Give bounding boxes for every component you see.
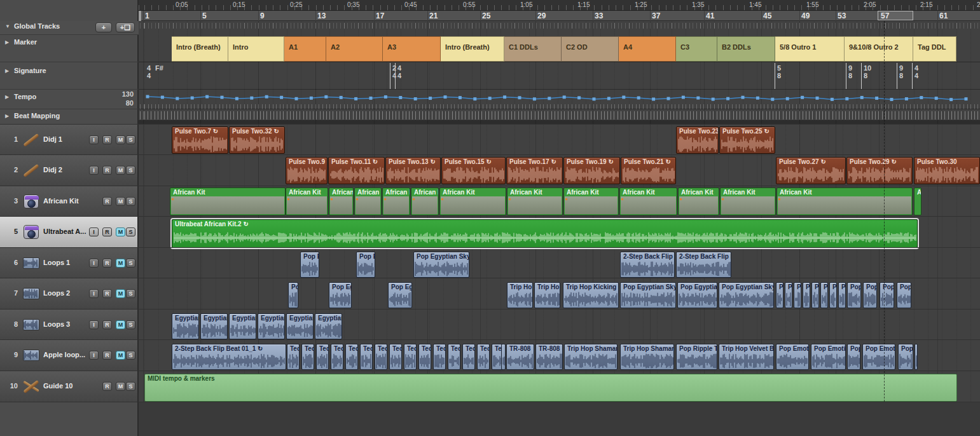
record-enable-button[interactable]: R: [102, 135, 112, 144]
record-enable-button[interactable]: R: [102, 382, 112, 391]
region-apple-loop[interactable]: Pop Emoti: [811, 344, 846, 370]
signature-value[interactable]: 5 8: [777, 64, 781, 79]
region-apple-loop[interactable]: Tec: [301, 344, 314, 370]
track-name[interactable]: Guide 10: [43, 382, 89, 390]
region-apple-loop[interactable]: P: [776, 282, 783, 308]
region-midi[interactable]: African Kit: [286, 187, 328, 215]
region-apple-loop[interactable]: Pop: [898, 344, 913, 370]
global-row-beat-mapping[interactable]: ▶ Beat Mapping: [0, 111, 139, 121]
tempo-curve[interactable]: [139, 90, 980, 105]
region-apple-loop[interactable]: [501, 344, 506, 370]
mute-button[interactable]: M: [116, 166, 125, 175]
track-name[interactable]: African Kit: [43, 197, 89, 205]
track-header-guide-10[interactable]: 10Guide 10RMS: [0, 371, 137, 402]
track-name[interactable]: Loops 3: [43, 320, 89, 328]
region-apple-loop[interactable]: P: [803, 282, 810, 308]
region-audio[interactable]: Pulse Two.21 ↻: [621, 157, 676, 184]
region-audio[interactable]: Pulse Two.32 ↻: [229, 126, 285, 154]
mute-button[interactable]: M: [116, 197, 125, 206]
record-enable-button[interactable]: R: [102, 166, 112, 175]
solo-button[interactable]: S: [126, 351, 135, 360]
track-header-didj-1[interactable]: 1Didj 1IRMS: [0, 125, 137, 155]
mute-button[interactable]: M: [116, 228, 125, 236]
input-monitor-button[interactable]: I: [89, 166, 99, 175]
marker-segment[interactable]: Intro: [228, 36, 284, 62]
mute-button[interactable]: M: [116, 135, 125, 144]
marker-segment[interactable]: A2: [326, 36, 383, 62]
global-row-marker[interactable]: ▶ Marker: [0, 37, 139, 62]
input-monitor-button[interactable]: I: [89, 259, 99, 268]
solo-button[interactable]: S: [126, 197, 135, 206]
global-tracks-header[interactable]: ▼ Global Tracks + +❏: [0, 21, 139, 34]
signature-value[interactable]: 9 8: [899, 64, 903, 79]
marker-segment[interactable]: A4: [619, 36, 676, 62]
time-ruler[interactable]: 0:050:150:250:350:450:551:051:151:251:35…: [139, 0, 980, 11]
region-apple-loop[interactable]: Tec: [287, 344, 300, 370]
region-apple-loop[interactable]: Trip Hop Velvet B: [719, 344, 774, 370]
solo-button[interactable]: S: [126, 135, 135, 144]
region-midi[interactable]: African Kit: [439, 187, 506, 215]
region-apple-loop[interactable]: Tec: [477, 344, 490, 370]
disclosure-closed-icon[interactable]: ▶: [5, 39, 9, 45]
region-apple-loop[interactable]: Pop: [863, 282, 877, 308]
region-midi-guide[interactable]: MIDI tempo & markers: [144, 374, 957, 402]
track-header-loops-1[interactable]: 6Loops 1IRMS: [0, 248, 137, 278]
region-audio[interactable]: Pulse Two.9: [286, 157, 328, 184]
region-apple-loop[interactable]: Tec: [375, 344, 387, 370]
disclosure-closed-icon[interactable]: ▶: [5, 94, 9, 100]
region-apple-loop[interactable]: 2-Step Back Flip Beat 01_1 ↻: [172, 344, 286, 370]
region-apple-loop[interactable]: P: [820, 282, 828, 308]
marker-segment[interactable]: Intro (Breath): [172, 36, 228, 62]
region-midi[interactable]: African Kit: [914, 187, 921, 215]
record-enable-button[interactable]: R: [102, 320, 112, 329]
mute-button[interactable]: M: [116, 289, 125, 298]
input-monitor-button[interactable]: I: [89, 135, 99, 144]
region-apple-loop[interactable]: Pop: [288, 282, 298, 308]
region-audio[interactable]: Pulse Two.19 ↻: [563, 157, 620, 184]
region-apple-loop[interactable]: Tec: [389, 344, 402, 370]
region-apple-loop[interactable]: TR-808: [535, 344, 563, 370]
region-apple-loop[interactable]: Tec: [316, 344, 329, 370]
region-apple-loop[interactable]: Pop Emoti: [776, 344, 809, 370]
solo-button[interactable]: S: [126, 259, 135, 268]
region-apple-loop[interactable]: Pop: [847, 344, 860, 370]
region-midi[interactable]: African Kit: [329, 187, 354, 215]
region-apple-loop[interactable]: Pop Emoti: [862, 344, 895, 370]
region-midi[interactable]: African Kit: [170, 187, 286, 215]
signature-value[interactable]: 9 8: [848, 64, 852, 79]
record-enable-button[interactable]: R: [102, 197, 112, 206]
track-name[interactable]: Apple loop...: [43, 351, 89, 358]
input-monitor-button[interactable]: I: [89, 228, 99, 236]
track-header-african-kit[interactable]: 3African KitRMS: [0, 186, 137, 217]
region-audio[interactable]: Pulse Two.30: [914, 157, 980, 184]
marker-segment[interactable]: A1: [284, 36, 326, 62]
solo-button[interactable]: S: [126, 382, 135, 391]
signature-value[interactable]: 10 8: [864, 64, 871, 79]
marker-segment[interactable]: 9&10/8 Outro 2: [845, 36, 913, 62]
region-midi[interactable]: African Kit: [507, 187, 563, 215]
marker-segment[interactable]: C1 DDLs: [504, 36, 562, 62]
solo-button[interactable]: S: [126, 166, 135, 175]
disclosure-open-icon[interactable]: ▼: [5, 24, 10, 29]
region-audio[interactable]: Pulse Two.27 ↻: [776, 157, 846, 184]
track-name[interactable]: Loops 2: [43, 289, 89, 297]
signature-value[interactable]: 4 4: [147, 64, 151, 79]
region-apple-loop[interactable]: Trip Hop Shaman: [564, 344, 618, 370]
add-global-track-button[interactable]: +: [95, 22, 112, 32]
region-apple-loop[interactable]: Egyptian: [286, 313, 314, 339]
key-signature-value[interactable]: F#: [155, 64, 163, 72]
region-midi[interactable]: African Kit: [563, 187, 619, 215]
input-monitor-button[interactable]: I: [89, 320, 99, 329]
track-name[interactable]: Loops 1: [43, 259, 89, 266]
track-name[interactable]: Ultrabeat A...: [43, 228, 89, 235]
region-apple-loop[interactable]: Egyptian: [172, 313, 199, 339]
region-midi[interactable]: African Kit: [720, 187, 776, 215]
region-apple-loop[interactable]: Tec: [433, 344, 446, 370]
region-apple-loop[interactable]: Tec: [360, 344, 373, 370]
region-apple-loop[interactable]: P: [794, 282, 801, 308]
track-header-loops-3[interactable]: 8Loops 3IRMS: [0, 310, 137, 340]
region-apple-loop[interactable]: Pop Ripple T: [676, 344, 717, 370]
region-midi[interactable]: African Kit: [776, 187, 913, 215]
region-apple-loop[interactable]: Pop: [880, 282, 894, 308]
region-apple-loop[interactable]: Pop Egy: [329, 282, 352, 308]
